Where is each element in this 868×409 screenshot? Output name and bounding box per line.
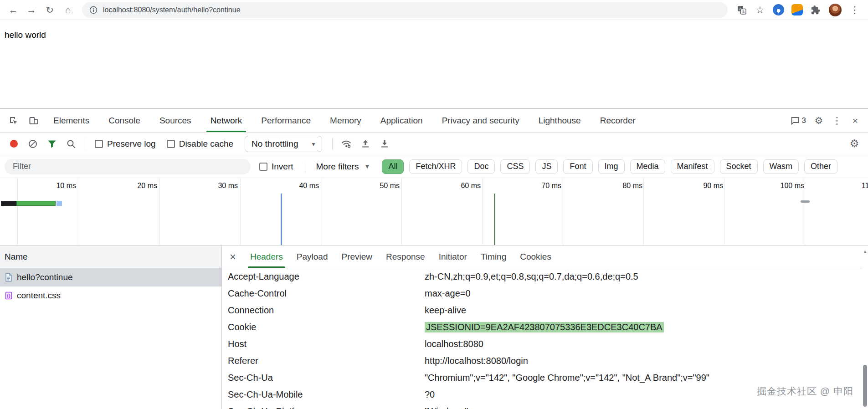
export-har-icon[interactable]	[376, 136, 393, 152]
filter-toggle-icon[interactable]	[44, 136, 60, 152]
details-tabbar: × Headers Payload Preview Response Initi…	[222, 245, 862, 268]
devtools-tab-performance[interactable]: Performance	[252, 109, 320, 132]
filter-input[interactable]	[5, 159, 251, 174]
reload-button[interactable]: ↻	[41, 1, 58, 19]
details-tab-timing[interactable]: Timing	[474, 245, 513, 268]
disable-cache-checkbox[interactable]: Disable cache	[167, 139, 233, 149]
devtools-menu-icon[interactable]: ⋮	[828, 115, 846, 126]
timeline-tick: 40 ms	[272, 182, 319, 190]
devtools-tab-application[interactable]: Application	[371, 109, 432, 132]
details-tab-cookies[interactable]: Cookies	[513, 245, 558, 268]
filter-chip-font[interactable]: Font	[563, 159, 592, 174]
search-icon[interactable]	[63, 136, 79, 152]
close-details-icon[interactable]: ×	[222, 245, 243, 268]
header-name: Sec-Ch-Ua	[222, 373, 425, 383]
name-column-header[interactable]: Name	[0, 245, 221, 268]
filter-chip-img[interactable]: Img	[598, 159, 625, 174]
details-tab-preview[interactable]: Preview	[335, 245, 380, 268]
import-har-icon[interactable]	[357, 136, 374, 152]
devtools-tab-privacy-and-security[interactable]: Privacy and security	[432, 109, 529, 132]
address-bar[interactable]: localhost:8080/system/auth/hello?continu…	[82, 2, 728, 18]
devtools-tabbar: Elements Console Sources Network Perform…	[0, 109, 868, 133]
devtools-settings-icon[interactable]: ⚙	[810, 115, 828, 126]
network-body: Name hello?continue {} content.css ×	[0, 245, 868, 409]
details-tab-headers[interactable]: Headers	[243, 245, 290, 268]
request-row-hello-continue[interactable]: hello?continue	[0, 268, 221, 286]
url-text: localhost:8080/system/auth/hello?continu…	[103, 6, 241, 14]
browser-toolbar: ← → ↻ ⌂ localhost:8080/system/auth/hello…	[0, 0, 868, 20]
throttling-select[interactable]: No throttling ▾	[245, 136, 322, 152]
header-value: localhost:8080	[425, 339, 483, 349]
page-content: hello world	[0, 20, 868, 108]
network-settings-icon[interactable]: ⚙	[846, 136, 863, 152]
header-row: Sec-Ch-Ua "Chromium";v="142", "Google Ch…	[222, 369, 862, 386]
details-tab-initiator[interactable]: Initiator	[432, 245, 474, 268]
timeline-tick: 90 ms	[676, 182, 723, 190]
filter-chip-doc[interactable]: Doc	[467, 159, 495, 174]
device-toolbar-icon[interactable]	[24, 109, 44, 132]
back-button[interactable]: ←	[5, 1, 22, 19]
filter-chip-media[interactable]: Media	[630, 159, 665, 174]
disable-cache-label: Disable cache	[179, 139, 233, 149]
devtools-tab-recorder[interactable]: Recorder	[591, 109, 645, 132]
forward-button[interactable]: →	[23, 1, 40, 19]
messages-count: 3	[802, 116, 806, 125]
extension-blue-icon[interactable]	[773, 4, 784, 15]
profile-avatar[interactable]	[829, 4, 842, 16]
home-button[interactable]: ⌂	[59, 1, 77, 19]
devtools-tab-lighthouse[interactable]: Lighthouse	[529, 109, 591, 132]
scrollbar-thumb[interactable]	[863, 365, 867, 407]
header-row: Connection keep-alive	[222, 302, 862, 319]
preserve-log-checkbox[interactable]: Preserve log	[95, 139, 156, 149]
watermark-text: 掘金技术社区 @ 申阳	[757, 385, 853, 398]
devtools-tab-network[interactable]: Network	[201, 109, 252, 132]
translate-icon[interactable]: Aa	[733, 1, 750, 19]
header-name: Connection	[222, 305, 425, 316]
request-row-content-css[interactable]: {} content.css	[0, 286, 221, 305]
requests-table: Name hello?continue {} content.css	[0, 245, 222, 409]
filter-chip-fetch-xhr[interactable]: Fetch/XHR	[409, 159, 462, 174]
header-value: zh-CN,zh;q=0.9,et;q=0.8,sq;q=0.7,da;q=0.…	[425, 271, 638, 282]
filter-chip-all[interactable]: All	[382, 159, 404, 174]
devtools-tab-elements[interactable]: Elements	[44, 109, 99, 132]
details-tab-payload[interactable]: Payload	[290, 245, 335, 268]
extensions-puzzle-icon[interactable]	[807, 1, 824, 19]
devtools-tab-memory[interactable]: Memory	[320, 109, 371, 132]
invert-checkbox[interactable]: Invert	[259, 162, 293, 172]
filter-chip-css[interactable]: CSS	[500, 159, 530, 174]
network-overview-timeline[interactable]: 10 ms 20 ms 30 ms 40 ms 50 ms 60 ms 70 m…	[0, 178, 868, 245]
document-icon	[5, 273, 13, 282]
inspect-element-icon[interactable]	[4, 109, 24, 132]
scrollbar-up-arrow[interactable]: ▲	[862, 245, 868, 257]
throttling-value: No throttling	[252, 139, 298, 149]
filter-chip-wasm[interactable]: Wasm	[763, 159, 799, 174]
filter-chip-socket[interactable]: Socket	[720, 159, 758, 174]
devtools-close-icon[interactable]: ×	[846, 115, 864, 126]
filter-chip-manifest[interactable]: Manifest	[671, 159, 714, 174]
filter-chip-js[interactable]: JS	[535, 159, 558, 174]
timeline-tick: 100 ms	[757, 182, 804, 190]
overview-bar-dark-segment	[1, 201, 16, 206]
more-filters-dropdown[interactable]: More filters ▼	[316, 162, 370, 172]
browser-menu-icon[interactable]: ⋮	[846, 1, 863, 19]
header-row: Cookie JSESSIONID=9EA2AF423807075336E3ED…	[222, 319, 862, 336]
network-conditions-icon[interactable]	[338, 136, 354, 152]
header-name: Sec-Ch-Ua-Mobile	[222, 389, 425, 400]
timeline-scrollbar-handle[interactable]	[801, 200, 810, 203]
timeline-tick: 110 ms	[837, 182, 868, 190]
devtools-tab-sources[interactable]: Sources	[150, 109, 201, 132]
devtools-tab-console[interactable]: Console	[99, 109, 150, 132]
console-messages-badge[interactable]: 3	[787, 116, 810, 125]
header-value: JSESSIONID=9EA2AF423807075336E3EDCE3C40C…	[425, 322, 664, 332]
bookmark-star-icon[interactable]: ☆	[751, 1, 769, 19]
site-info-icon[interactable]	[89, 6, 98, 14]
record-button[interactable]	[5, 136, 22, 152]
chevron-down-icon: ▾	[312, 140, 315, 148]
filter-chip-other[interactable]: Other	[804, 159, 837, 174]
header-value: "Chromium";v="142", "Google Chrome";v="1…	[425, 373, 709, 383]
timeline-tick: 10 ms	[29, 182, 76, 190]
details-tab-response[interactable]: Response	[379, 245, 432, 268]
clear-network-log-icon[interactable]	[25, 136, 41, 152]
details-scrollbar[interactable]: ▲	[862, 245, 868, 409]
extension-orange-icon[interactable]	[791, 4, 803, 15]
